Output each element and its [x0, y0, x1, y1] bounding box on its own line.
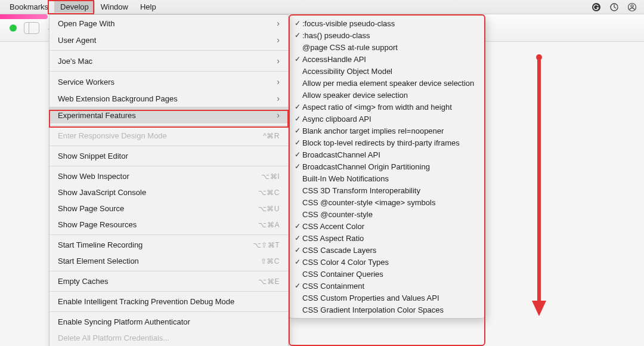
chevron-right-icon [277, 77, 280, 86]
menu-separator [49, 166, 288, 166]
menu-item-label: Start Timeline Recording [58, 240, 143, 249]
menubar-item-window[interactable]: Window [95, 1, 134, 13]
svg-point-5 [536, 54, 542, 60]
menu-item[interactable]: Enable Syncing Platform Authenticator [49, 314, 288, 330]
menu-item[interactable]: Open Page With [49, 15, 288, 32]
menu-separator [49, 71, 288, 72]
menu-item[interactable]: Joe's Mac [49, 52, 288, 69]
menu-item-label: Show Page Source [58, 204, 124, 213]
menu-item-shortcut: ⇧⌘C [261, 257, 280, 265]
menu-separator [49, 311, 288, 312]
menu-item-label: Enter Responsive Design Mode [58, 131, 167, 140]
menu-item-label: Service Workers [58, 78, 114, 86]
menu-item-label: Delete All Platform Credentials... [58, 333, 169, 342]
chevron-right-icon [277, 56, 280, 66]
develop-menu: Open Page WithUser AgentJoe's MacService… [49, 14, 289, 346]
menu-item-label: Open Page With [58, 19, 114, 28]
traffic-light-green[interactable] [10, 24, 17, 32]
annotation-box-experimental [49, 110, 289, 128]
chevron-right-icon [277, 35, 280, 45]
menu-item[interactable]: Service Workers [49, 73, 288, 90]
menu-separator [49, 146, 288, 146]
menu-item-label: User Agent [58, 36, 96, 45]
grammarly-icon[interactable] [592, 2, 601, 12]
menu-item[interactable]: User Agent [49, 32, 288, 48]
menu-item[interactable]: Show JavaScript Console⌥⌘C [49, 184, 288, 200]
menu-item[interactable]: Show Snippet Editor [49, 148, 288, 164]
menu-item-shortcut: ⌥⌘U [258, 205, 280, 213]
user-icon[interactable] [627, 2, 637, 12]
menubar-item-bookmarks[interactable]: Bookmarks [4, 1, 54, 13]
menu-item-label: Start Element Selection [58, 257, 139, 265]
menu-item[interactable]: Enable Intelligent Tracking Prevention D… [49, 294, 288, 310]
menu-item-shortcut: ⌥⌘A [258, 221, 280, 229]
menubar: Bookmarks Develop Window Help [0, 0, 644, 14]
menu-item-label: Show Web Inspector [58, 172, 129, 181]
menu-item-label: Enable Intelligent Tracking Prevention D… [58, 297, 234, 306]
menu-item[interactable]: Show Page Source⌥⌘U [49, 200, 288, 217]
menu-separator [49, 50, 288, 51]
menu-separator [49, 271, 288, 271]
menu-item[interactable]: Start Element Selection⇧⌘C [49, 253, 288, 269]
menu-item[interactable]: Start Timeline Recording⌥⇧⌘T [49, 237, 288, 253]
svg-marker-6 [532, 301, 546, 316]
menubar-status-icons [592, 2, 640, 12]
menu-item-shortcut: ⌥⌘C [258, 189, 280, 197]
menu-separator [49, 291, 288, 292]
menu-item-shortcut: ⌥⇧⌘T [253, 241, 280, 249]
menu-item[interactable]: Show Web Inspector⌥⌘I [49, 168, 288, 184]
menu-item-shortcut: ^⌘R [263, 132, 280, 140]
annotation-box-submenu [289, 14, 485, 346]
menu-item[interactable]: Empty Caches⌥⌘E [49, 273, 288, 289]
menu-item[interactable]: Web Extension Background Pages [49, 90, 288, 107]
chevron-right-icon [277, 94, 280, 103]
menu-item[interactable]: Show Page Resources⌥⌘A [49, 217, 288, 233]
time-machine-icon[interactable] [609, 2, 619, 12]
svg-point-3 [631, 5, 633, 7]
menubar-item-help[interactable]: Help [134, 1, 162, 13]
menu-item-label: Empty Caches [58, 277, 109, 286]
chevron-right-icon [277, 18, 280, 28]
menu-item-label: Web Extension Background Pages [58, 94, 178, 103]
tab-color-strip [0, 14, 48, 19]
menu-item-label: Show JavaScript Console [58, 188, 146, 197]
menu-item-label: Joe's Mac [58, 57, 92, 66]
annotation-box-develop [48, 0, 94, 14]
menu-item-shortcut: ⌥⌘E [258, 277, 280, 286]
menu-item-shortcut: ⌥⌘I [261, 172, 280, 181]
menu-item-label: Enable Syncing Platform Authenticator [58, 317, 190, 326]
menu-item: Delete All Platform Credentials... [49, 330, 288, 346]
sidebar-toggle-icon[interactable] [24, 22, 39, 34]
menu-item: Enter Responsive Design Mode^⌘R [49, 128, 288, 144]
menu-item-label: Show Snippet Editor [58, 152, 128, 160]
menu-separator [49, 234, 288, 235]
menu-item-label: Show Page Resources [58, 220, 137, 229]
annotation-arrow-down [532, 54, 546, 316]
